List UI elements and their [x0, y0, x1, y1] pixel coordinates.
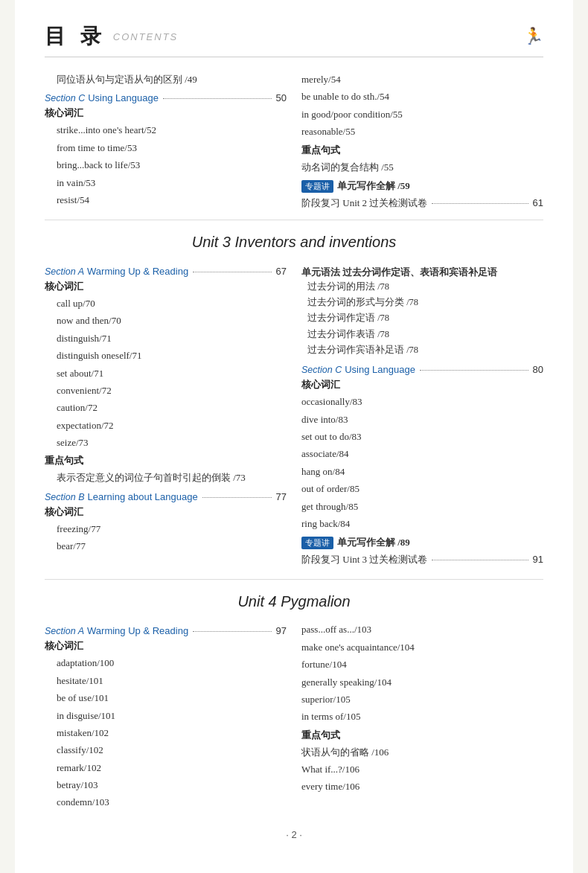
unit3-section-c-name: Using Language — [345, 364, 415, 375]
unit3-section-c-dots — [420, 370, 528, 371]
unit3-grammar-block: 单元语法 过去分词作定语、表语和宾语补足语 过去分词的用法 /78 过去分词的形… — [301, 266, 543, 358]
u4l-item-4: mistaken/102 — [45, 724, 287, 741]
tl-item-1: from time to time/53 — [45, 139, 287, 156]
divider-1 — [45, 220, 543, 220]
unit3-section-a-name: Warming Up & Reading — [87, 266, 188, 277]
unit3-section-a-header: Section A Warming Up & Reading 67 — [45, 266, 287, 277]
unit3-section-a-label: Section A — [45, 266, 84, 277]
unit3-left-sub3: 核心词汇 — [45, 505, 287, 519]
u3r-grammar-0: 过去分词的用法 /78 — [301, 279, 543, 295]
unit4-section-a-page: 97 — [276, 625, 287, 636]
u4l-item-8: condemn/103 — [45, 793, 287, 810]
u4r-item-0: pass...off as.../103 — [301, 621, 543, 638]
u4r-grammar-1: What if...?/106 — [301, 761, 543, 778]
page-content: 目 录 CONTENTS 🏃 同位语从句与定语从句的区别 /49 Section… — [15, 0, 573, 873]
unit4-left: Section A Warming Up & Reading 97 核心词汇 a… — [45, 621, 287, 811]
u3l-item-7: expectation/72 — [45, 417, 287, 434]
u3l-item-8: seize/73 — [45, 434, 287, 451]
page-header: 目 录 CONTENTS 🏃 — [45, 22, 543, 57]
section-c-dots — [163, 98, 272, 99]
unit3-left: Section A Warming Up & Reading 67 核心词汇 c… — [45, 261, 287, 569]
unit4-right: pass...off as.../103 make one's acquaint… — [301, 621, 543, 811]
unit3-section-a-dots — [193, 272, 271, 272]
unit3-section-b-page: 77 — [276, 491, 287, 502]
u4l-item-2: be of use/101 — [45, 689, 287, 706]
u4l-item-3: in disguise/101 — [45, 707, 287, 724]
divider-2 — [45, 579, 543, 580]
unit4-section-a-dots — [193, 631, 271, 632]
unit3-review-row: 阶段复习 Uint 3 过关检测试卷 91 — [301, 553, 543, 566]
unit4-right-sub2: 重点句式 — [301, 729, 543, 742]
u3l-item-3: distinguish oneself/71 — [45, 347, 287, 364]
unit3-section-c-page: 80 — [533, 364, 543, 375]
unit3-title: Unit 3 Inventors and inventions — [45, 234, 543, 251]
u3r-grammar-2: 过去分词作定语 /78 — [301, 310, 543, 326]
u4r-item-1: make one's acquaintance/104 — [301, 639, 543, 656]
tr-item-1: be unable to do sth./54 — [301, 88, 543, 105]
badge-zhuanti-3: 专题讲 — [301, 537, 333, 549]
unit3-right: 单元语法 过去分词作定语、表语和宾语补足语 过去分词的用法 /78 过去分词的形… — [301, 261, 543, 569]
u4r-grammar-0: 状语从句的省略 /106 — [301, 744, 543, 761]
section-c-name: Using Language — [88, 92, 159, 103]
u4r-grammar-2: every time/106 — [301, 778, 543, 795]
u4l-item-0: adaptation/100 — [45, 654, 287, 671]
top-left-sub1: 核心词汇 — [45, 106, 287, 120]
review-dots3 — [432, 560, 528, 560]
unit3-section-b-dots — [202, 497, 272, 498]
section-c-label: Section C — [45, 93, 85, 103]
u4l-item-6: remark/102 — [45, 759, 287, 776]
unit3-right-sub1: 核心词汇 — [301, 378, 543, 391]
review-page1: 61 — [533, 197, 543, 208]
u4l-item-1: hesitate/101 — [45, 672, 287, 689]
u3r-grammar-4: 过去分词作宾语补足语 /78 — [301, 342, 543, 358]
unit3-section-a-page: 67 — [276, 266, 287, 277]
title-en: CONTENTS — [113, 31, 179, 42]
u3r-grammar-1: 过去分词的形式与分类 /78 — [301, 295, 543, 310]
u3l-item-b1: bear/77 — [45, 537, 287, 554]
review-page3: 91 — [533, 554, 543, 565]
u3r-grammar-3: 过去分词作表语 /78 — [301, 327, 543, 342]
title-cn: 目 录 — [45, 22, 106, 51]
top-review-row: 阶段复习 Unit 2 过关检测试卷 61 — [301, 196, 543, 210]
u3l-item-2: distinguish/71 — [45, 330, 287, 347]
top-left-line1: 同位语从句与定语从句的区别 /49 — [45, 71, 287, 88]
u4r-item-2: fortune/104 — [301, 656, 543, 673]
unit4-section-a-name: Warming Up & Reading — [87, 625, 188, 636]
header-icon: 🏃 — [523, 27, 543, 46]
unit3-section-c-header: Section C Using Language 80 — [301, 364, 543, 375]
unit4-title: Unit 4 Pygmalion — [45, 593, 543, 610]
u3r-item-1: dive into/83 — [301, 411, 543, 428]
tl-item-2: bring...back to life/53 — [45, 156, 287, 173]
top-right-col: merely/54 be unable to do sth./54 in goo… — [301, 71, 543, 212]
section-c-page: 50 — [276, 92, 287, 103]
u3l-item-6: caution/72 — [45, 399, 287, 416]
unit3-section-b-name: Learning about Language — [88, 491, 198, 502]
badge-text1: 单元写作全解 /59 — [337, 179, 410, 193]
badge-text3: 单元写作全解 /89 — [337, 536, 410, 549]
u4r-item-5: in terms of/105 — [301, 708, 543, 725]
unit3-section-c-label: Section C — [301, 365, 342, 375]
unit3-badge-row: 专题讲 单元写作全解 /89 — [301, 536, 543, 549]
u4r-item-3: generally speaking/104 — [301, 674, 543, 691]
u3r-item-4: hang on/84 — [301, 463, 543, 480]
review-label1: 阶段复习 Unit 2 过关检测试卷 — [301, 196, 427, 210]
tr-grammar1: 动名词的复合结构 /55 — [301, 159, 543, 176]
u4l-item-5: classify/102 — [45, 741, 287, 758]
tr-item-2: in good/poor condition/55 — [301, 106, 543, 123]
review-dots1 — [432, 203, 528, 204]
u3r-item-5: out of order/85 — [301, 480, 543, 497]
u4l-item-7: betray/103 — [45, 776, 287, 793]
u3l-item-4: set about/71 — [45, 365, 287, 382]
u3l-item-b0: freezing/77 — [45, 520, 287, 537]
unit3-left-sub2: 重点句式 — [45, 454, 287, 467]
unit3-left-sub1: 核心词汇 — [45, 280, 287, 293]
u3l-item-5: convenient/72 — [45, 382, 287, 399]
tr-item-3: reasonable/55 — [301, 123, 543, 140]
u3l-grammar1: 表示否定意义的词位子句首时引起的倒装 /73 — [45, 469, 287, 486]
unit4-left-sub1: 核心词汇 — [45, 639, 287, 653]
u3r-item-7: ring back/84 — [301, 515, 543, 532]
u4r-item-4: superior/105 — [301, 691, 543, 708]
unit3-grammar-title: 单元语法 过去分词作定语、表语和宾语补足语 — [301, 266, 543, 279]
unit3-section-b-label: Section B — [45, 492, 85, 502]
top-badge-row: 专题讲 单元写作全解 /59 — [301, 179, 543, 193]
